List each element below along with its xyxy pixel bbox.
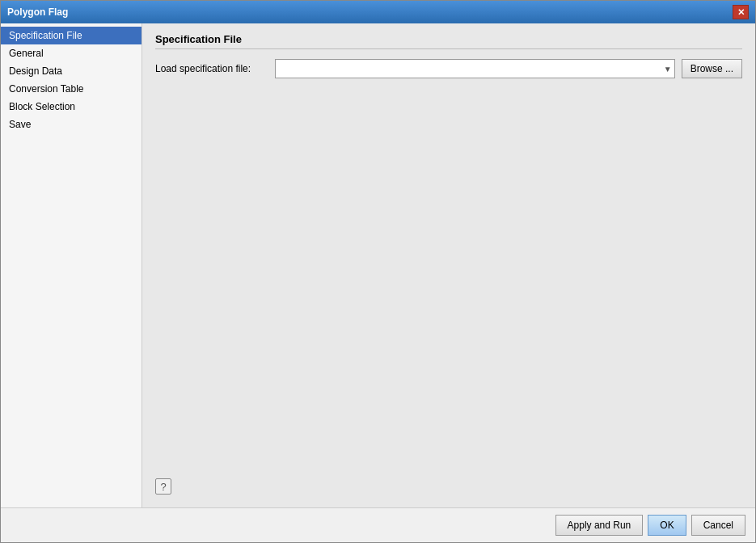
sidebar-item-conversion-table[interactable]: Conversion Table — [1, 80, 141, 98]
footer-right: Apply and Run OK Cancel — [555, 515, 745, 536]
help-icon[interactable]: ? — [155, 478, 171, 495]
sidebar-item-save[interactable]: Save — [1, 116, 141, 133]
browse-button[interactable]: Browse ... — [682, 59, 742, 78]
spec-file-select-wrapper: ▼ — [275, 59, 675, 78]
ok-button[interactable]: OK — [648, 515, 686, 536]
dialog-window: Polygon Flag ✕ Specification File Genera… — [0, 0, 756, 543]
dialog-body: Specification File General Design Data C… — [1, 23, 755, 507]
sidebar-item-design-data[interactable]: Design Data — [1, 62, 141, 80]
dialog-footer: Apply and Run OK Cancel — [1, 507, 755, 542]
sidebar-item-specification-file[interactable]: Specification File — [1, 27, 141, 44]
spec-file-select[interactable] — [275, 59, 675, 78]
section-title: Specification File — [155, 33, 742, 49]
cancel-button[interactable]: Cancel — [691, 515, 745, 536]
sidebar-item-block-selection[interactable]: Block Selection — [1, 98, 141, 116]
apply-run-button[interactable]: Apply and Run — [555, 515, 644, 536]
main-content: Specification File Load specification fi… — [142, 23, 755, 507]
load-spec-label: Load specification file: — [155, 63, 268, 74]
sidebar: Specification File General Design Data C… — [1, 23, 142, 507]
window-title: Polygon Flag — [7, 6, 68, 18]
content-spacer — [155, 85, 742, 475]
content-bottom: ? — [155, 475, 742, 498]
title-bar-buttons: ✕ — [733, 5, 749, 19]
title-bar: Polygon Flag ✕ — [1, 1, 755, 23]
sidebar-item-general[interactable]: General — [1, 44, 141, 62]
close-button[interactable]: ✕ — [733, 5, 749, 19]
load-spec-row: Load specification file: ▼ Browse ... — [155, 59, 742, 78]
